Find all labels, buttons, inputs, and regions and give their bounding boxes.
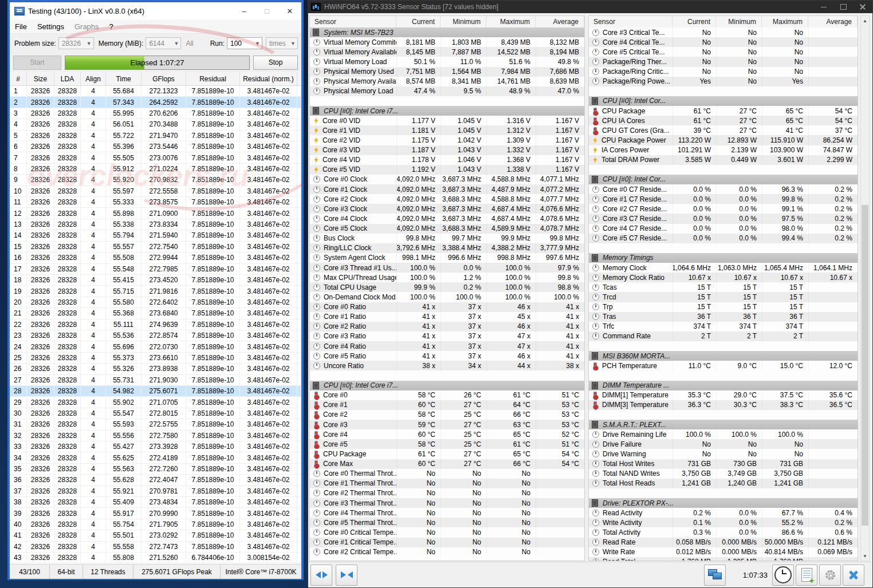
scrollbar-thumb[interactable] bbox=[862, 205, 868, 526]
sensor-row[interactable]: Core #0 Thermal Throt...NoNoNo bbox=[310, 469, 584, 479]
col-residual-norm[interactable]: Residual (norm.) bbox=[240, 72, 297, 85]
sensor-row[interactable]: Core #3 C7 Reside...0.0 %0.0 %97.5 %0.2 … bbox=[589, 214, 858, 223]
table-row[interactable]: 282832628328454.982275.60717.851889e-103… bbox=[10, 386, 301, 397]
sensor-row[interactable]: Total Host Reads1,241 GB1,240 GB1,241 GB bbox=[589, 479, 858, 488]
sensor-row[interactable]: Tras36 T36 T36 T bbox=[589, 312, 858, 322]
sensor-row[interactable]: Core #2 Critical Tempe...NoNoNo bbox=[310, 547, 584, 557]
sensor-group-header[interactable]: Drive: PLEXTOR PX-... bbox=[589, 498, 858, 508]
sensor-row[interactable]: Core #558 °C25 °C61 °C51 °C bbox=[310, 439, 584, 449]
sensor-row[interactable]: Core #4 VID1.178 V1.046 V1.368 V1.167 V bbox=[310, 155, 584, 165]
sensor-row[interactable]: Core #3 Ratio41 x37 x47 x41 x bbox=[310, 332, 584, 341]
col-minimum[interactable]: Minimum bbox=[716, 16, 762, 27]
run-count-combobox[interactable]: 100▼ bbox=[227, 37, 262, 49]
table-row[interactable]: 92832628328455.920270.98327.851889e-103.… bbox=[10, 175, 301, 186]
start-button[interactable]: Start bbox=[13, 56, 61, 70]
close-icon[interactable]: ✕ bbox=[278, 2, 301, 19]
sensor-row[interactable]: CPU Package61 °C27 °C65 °C54 °C bbox=[310, 449, 584, 459]
sensor-row[interactable]: Core #460 °C25 °C65 °C52 °C bbox=[310, 429, 584, 439]
sensor-group-header[interactable]: System: MSI MS-7B23 bbox=[310, 27, 584, 37]
sensor-row[interactable]: CPU IA Cores61 °C27 °C65 °C54 °C bbox=[589, 116, 858, 125]
table-row[interactable]: 222832628328455.111274.96397.851889e-103… bbox=[10, 319, 301, 330]
sensor-row[interactable]: PCH Temperature11.0 °C9.0 °C15.0 °C12.0 … bbox=[589, 361, 858, 370]
clock-button[interactable] bbox=[772, 565, 794, 586]
sensor-row[interactable]: Trcd15 T15 T15 T bbox=[589, 292, 858, 302]
sensor-row[interactable]: Core #058 °C26 °C61 °C51 °C bbox=[310, 390, 584, 400]
sensor-row[interactable]: Physical Memory Used7,751 MB1,564 MB7,98… bbox=[310, 67, 584, 77]
maximize-icon[interactable] bbox=[833, 1, 853, 13]
sensor-row[interactable]: Core #0 C7 Reside...0.0 %0.0 %96.3 %0.2 … bbox=[589, 184, 858, 194]
table-row[interactable]: 172832628328455.548272.79857.851889e-103… bbox=[10, 264, 301, 275]
col-maximum[interactable]: Maximum bbox=[762, 16, 808, 27]
sensor-row[interactable]: Write Activity0.1 %0.0 %55.2 %0.2 % bbox=[589, 518, 858, 527]
table-row[interactable]: 312832628328455.593272.57557.851889e-103… bbox=[10, 419, 301, 430]
sensor-row[interactable]: Core Max60 °C27 °C66 °C54 °C bbox=[310, 459, 584, 469]
table-row[interactable]: 252832628328455.373273.66107.851889e-103… bbox=[10, 353, 301, 364]
table-row[interactable]: 72832628328455.505273.00767.851889e-103.… bbox=[10, 152, 301, 163]
table-row[interactable]: 212832628328455.368273.68407.851889e-103… bbox=[10, 308, 301, 319]
table-row[interactable]: 382832628328455.409273.48347.851889e-103… bbox=[10, 497, 301, 508]
sensor-row[interactable]: Core #160 °C27 °C64 °C53 °C bbox=[310, 400, 584, 410]
vertical-scrollbar[interactable]: ▲ ▼ bbox=[860, 15, 870, 561]
sensor-row[interactable]: Memory Clock1,064.6 MHz1,063.0 MHz1,065.… bbox=[589, 263, 858, 273]
maximize-icon[interactable]: □ bbox=[255, 2, 278, 19]
sensor-group-header[interactable]: CPU [#0]: Intel Core i7... bbox=[310, 106, 584, 116]
sensor-row[interactable]: CPU Package61 °C27 °C65 °C54 °C bbox=[589, 106, 858, 116]
sensor-row[interactable]: Drive WarningNoNoNo bbox=[589, 449, 858, 459]
sensor-row[interactable]: Bus Clock99.8 MHz99.7 MHz99.9 MHz99.8 MH… bbox=[310, 234, 584, 243]
sensor-row[interactable]: System Agent Clock998.1 MHz996.6 MHz998.… bbox=[310, 253, 584, 263]
col-minimum[interactable]: Minimum bbox=[441, 16, 486, 27]
sensor-row[interactable]: Core #5 Ratio41 x37 x46 x41 x bbox=[310, 351, 584, 361]
sensor-row[interactable]: Package/Ring Ther...NoNoNo bbox=[589, 57, 858, 66]
sensor-row[interactable]: Core #3 Critical Te...NoNoNo bbox=[589, 27, 858, 37]
sensor-row[interactable]: Core #2 VID1.175 V1.042 V1.309 V1.167 V bbox=[310, 135, 584, 145]
table-row[interactable]: 302832628328455.547272.80157.851889e-103… bbox=[10, 408, 301, 419]
sensor-row[interactable]: Core #3 VID1.187 V1.043 V1.332 V1.167 V bbox=[310, 145, 584, 155]
sensor-row[interactable]: CPU GT Cores (Gra...39 °C27 °C41 °C37 °C bbox=[589, 125, 858, 135]
sensor-row[interactable]: Core #3 Thread #1 Us...100.0 %0.0 %100.0… bbox=[310, 263, 584, 273]
run-units-combobox[interactable]: times▼ bbox=[266, 37, 298, 49]
sensor-row[interactable]: Core #0 Critical Tempe...NoNoNo bbox=[310, 527, 584, 537]
table-row[interactable]: 342832628328455.625272.41897.851889e-103… bbox=[10, 452, 301, 463]
sensor-row[interactable]: Max CPU/Thread Usage100.0 %1.2 %100.0 %9… bbox=[310, 273, 584, 282]
sensor-row[interactable]: Core #4 C7 Reside...0.0 %0.0 %98.0 %0.2 … bbox=[589, 224, 858, 234]
col-gflops[interactable]: GFlops bbox=[141, 72, 186, 85]
sensor-row[interactable]: Tcas15 T15 T15 T bbox=[589, 282, 858, 292]
table-row[interactable]: 392832628328455.917270.99907.851889e-103… bbox=[10, 508, 301, 519]
sensor-row[interactable]: Uncore Ratio38 x34 x44 x38 x bbox=[310, 361, 584, 370]
sensor-row[interactable]: Core #1 Critical Tempe...NoNoNo bbox=[310, 538, 584, 547]
sensor-row[interactable]: DIMM[3] Temperature36.3 °C30.3 °C38.3 °C… bbox=[589, 400, 858, 410]
col-sensor[interactable]: Sensor bbox=[589, 16, 673, 27]
col-current[interactable]: Current bbox=[396, 16, 441, 27]
sensor-row[interactable]: Package/Ring Powe...YesNoYes bbox=[589, 77, 858, 86]
col-sensor[interactable]: Sensor bbox=[310, 16, 396, 27]
sensor-row[interactable]: Virtual Memory Commited8,181 MB1,803 MB8… bbox=[310, 37, 584, 47]
sensor-row[interactable]: Read Activity0.2 %0.0 %67.7 %0.4 % bbox=[589, 508, 858, 518]
report-button[interactable] bbox=[796, 565, 817, 586]
expand-columns-button[interactable] bbox=[310, 565, 332, 586]
sensor-row[interactable]: Core #2 Ratio41 x37 x46 x41 x bbox=[310, 322, 584, 332]
sensor-row[interactable]: Trfc374 T374 T374 T bbox=[589, 322, 858, 332]
table-row[interactable]: 372832628328455.921270.97817.851889e-103… bbox=[10, 486, 301, 497]
sensor-row[interactable]: Core #0 Clock4,092.0 MHz3,687.3 MHz4,588… bbox=[310, 175, 584, 184]
sensor-row[interactable]: Core #1 VID1.181 V1.045 V1.312 V1.167 V bbox=[310, 125, 584, 135]
col-align[interactable]: Align bbox=[81, 72, 106, 85]
sensor-row[interactable]: Physical Memory Available8,574 MB8,341 M… bbox=[310, 77, 584, 86]
table-row[interactable]: 262832628328455.326273.89387.851889e-103… bbox=[10, 364, 301, 374]
sensor-row[interactable]: Command Rate2 T2 T2 T bbox=[589, 332, 858, 341]
sensor-row[interactable]: Core #2 Thermal Throt...NoNoNo bbox=[310, 488, 584, 498]
sensor-row[interactable]: Total DRAM Power3.585 W0.449 W3.601 W2.2… bbox=[589, 155, 858, 165]
sensor-row[interactable]: Read Total1,768 MB1,305 MB1,768 MB bbox=[589, 557, 858, 561]
table-row[interactable]: 132832628328455.338273.83347.851889e-103… bbox=[10, 219, 301, 230]
table-row[interactable]: 102832628328455.597272.55587.851889e-103… bbox=[10, 186, 301, 197]
col-size[interactable]: Size bbox=[27, 72, 54, 85]
sensor-row[interactable]: Drive Remaining Life100.0 %100.0 %100.0 … bbox=[589, 429, 858, 439]
table-row[interactable]: 432832628328455.808271.52606.784406e-103… bbox=[10, 553, 301, 563]
sensor-row[interactable]: Core #258 °C25 °C66 °C53 °C bbox=[310, 410, 584, 420]
table-row[interactable]: 192832628328455.715271.98167.851889e-103… bbox=[10, 286, 301, 297]
sensor-group-header[interactable]: MSI B360M MORTA... bbox=[589, 351, 858, 361]
col-average[interactable]: Average bbox=[808, 16, 858, 27]
sensor-group-header[interactable]: S.M.A.R.T.: PLEXT... bbox=[589, 420, 858, 429]
sensor-group-header[interactable]: CPU [#0]: Intel Cor... bbox=[589, 96, 858, 106]
table-row[interactable]: 82832628328455.912271.02247.851889e-103.… bbox=[10, 164, 301, 175]
sensor-row[interactable]: Read Rate0.058 MB/s0.000 MB/s50.000 MB/s… bbox=[589, 538, 858, 547]
